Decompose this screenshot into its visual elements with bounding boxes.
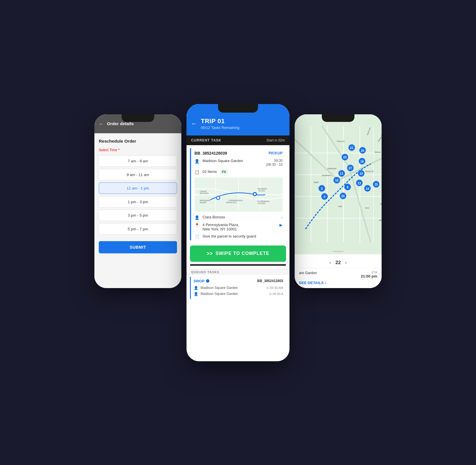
see-details-chevron: › bbox=[325, 280, 326, 285]
notch-right bbox=[322, 114, 354, 122]
svg-text:27: 27 bbox=[349, 167, 352, 170]
back-arrow-center[interactable]: ← bbox=[191, 120, 197, 127]
svg-text:Sautlman: Sautlman bbox=[327, 167, 336, 170]
location-icon: 📍 bbox=[195, 223, 200, 227]
queued-person-icon-2: 👤 bbox=[194, 292, 198, 296]
submit-button[interactable]: SUBMIT bbox=[99, 241, 177, 253]
svg-text:9: 9 bbox=[347, 185, 348, 189]
time-slot-1[interactable]: 9 am - 11 am bbox=[99, 169, 177, 180]
queued-location-2: Madison Square Garden bbox=[201, 292, 238, 296]
next-page-button[interactable]: › bbox=[345, 260, 347, 266]
task-instruction-row: 📄 Give the parcel to security guard bbox=[191, 233, 286, 240]
svg-text:Spati: Spati bbox=[314, 181, 319, 183]
queued-location-1: Madison Square Garden bbox=[201, 286, 238, 290]
queued-row-2: 👤 Madison Square Garden ⊙ 09:30 A bbox=[194, 291, 283, 297]
svg-text:KORAMANGALA: KORAMANGALA bbox=[229, 199, 243, 201]
svg-point-6 bbox=[254, 193, 256, 195]
select-time-label: Select Time * bbox=[99, 148, 177, 152]
pagination: ‹ 22 › bbox=[299, 258, 377, 268]
drop-dot bbox=[206, 279, 209, 283]
queued-task-1: DROP BB_3852412803 👤 Madison Square Gard… bbox=[190, 277, 286, 299]
svg-text:Ave: Ave bbox=[365, 207, 369, 209]
svg-text:Clift: Clift bbox=[338, 205, 342, 208]
task-card-header: BB_38524128039 PICKUP bbox=[191, 148, 286, 157]
notch-center bbox=[218, 104, 258, 113]
see-details-label: SEE DETAILS bbox=[299, 280, 324, 285]
task-card: BB_38524128039 PICKUP 👤 Madison Square G… bbox=[190, 148, 286, 240]
order-details-title: Order details bbox=[107, 121, 134, 126]
svg-text:BRINDAVAN: BRINDAVAN bbox=[200, 199, 210, 201]
svg-text:Gerry St: Gerry St bbox=[365, 170, 374, 172]
svg-text:4: 4 bbox=[324, 195, 326, 198]
items-icon: 📋 bbox=[195, 170, 200, 174]
trip-info: TRIP 01 05/12 Tasks Remaining bbox=[201, 117, 285, 130]
address-nav-icon[interactable]: ▶ bbox=[279, 223, 283, 227]
queued-task-id: BB_3852412803 bbox=[257, 279, 283, 283]
svg-text:NYC Health: NYC Health bbox=[380, 202, 382, 205]
task-contact-row: 👤 Clara Bonoso › bbox=[191, 213, 286, 221]
app-scene: ← Order details Reschedule Order Select … bbox=[109, 75, 367, 390]
task-timer: Start in 02m bbox=[266, 138, 285, 142]
current-task-bar: CURRENT TASK Start in 02m bbox=[187, 135, 289, 145]
drop-text: DROP bbox=[194, 279, 205, 283]
time-slot-4[interactable]: 3 pm - 5 pm bbox=[99, 209, 177, 221]
svg-text:20: 20 bbox=[361, 149, 364, 152]
prev-page-button[interactable]: ‹ bbox=[330, 260, 331, 266]
svg-text:COLONY: COLONY bbox=[258, 202, 266, 204]
queued-time-1: ⊙ 09:30 AM bbox=[266, 286, 283, 290]
svg-text:10: 10 bbox=[335, 179, 338, 182]
task-time: 09:30 (08:30 - 10 bbox=[266, 159, 283, 167]
queued-tasks-header: QUEUED TASKS bbox=[187, 268, 289, 275]
right-bottom: ‹ 22 › are Garden ETA 21:00 pm SEE DETAI… bbox=[295, 254, 382, 288]
task-items-row: 📋 02 Items PA bbox=[191, 168, 286, 176]
right-info-row: are Garden ETA 21:00 pm bbox=[299, 271, 377, 278]
swipe-bar bbox=[190, 264, 286, 266]
contact-arrow[interactable]: › bbox=[281, 215, 283, 219]
task-items: 02 Items bbox=[203, 169, 217, 174]
left-content: Reschedule Order Select Time * 7 am - 9 … bbox=[94, 133, 181, 288]
svg-text:26: 26 bbox=[341, 195, 345, 198]
svg-text:Western Bk: Western Bk bbox=[379, 219, 382, 221]
page-number: 22 bbox=[335, 260, 341, 266]
person-icon: 👤 bbox=[195, 159, 200, 163]
see-details-button[interactable]: SEE DETAILS › bbox=[299, 280, 377, 285]
time-slot-5[interactable]: 5 pm - 7 pm bbox=[99, 223, 177, 234]
svg-text:BLOCK: BLOCK bbox=[259, 190, 265, 192]
task-location: Madison Square Garden bbox=[203, 159, 243, 163]
task-type: PICKUP bbox=[269, 151, 283, 155]
svg-text:3: 3 bbox=[321, 187, 323, 190]
contact-icon: 👤 bbox=[195, 215, 200, 220]
task-address-row: 📍 4 Pennsylvania Plaza, New York, NY 100… bbox=[191, 221, 286, 233]
trip-sub: 05/12 Tasks Remaining bbox=[201, 125, 285, 130]
queued-person-icon-1: 👤 bbox=[194, 286, 198, 290]
task-contact: Clara Bonoso bbox=[203, 215, 225, 219]
right-map-area: 21 20 23 18 27 11 12 10 3 9 13 14 4 26 1… bbox=[295, 114, 382, 254]
reschedule-title: Reschedule Order bbox=[99, 139, 177, 143]
svg-text:ADUGODI: ADUGODI bbox=[200, 192, 208, 194]
back-arrow-left[interactable]: ← bbox=[99, 121, 104, 127]
current-task-label: CURRENT TASK bbox=[191, 138, 221, 142]
time-slot-3[interactable]: 1 pm - 3 pm bbox=[99, 196, 177, 207]
svg-text:KUDREMUKH: KUDREMUKH bbox=[257, 200, 269, 202]
right-location: are Garden bbox=[299, 271, 317, 275]
svg-text:CHIKKA: CHIKKA bbox=[200, 190, 207, 192]
swipe-to-complete-button[interactable]: >> SWIPE TO COMPLETE bbox=[190, 246, 286, 262]
svg-text:15: 15 bbox=[374, 183, 378, 186]
svg-text:14: 14 bbox=[366, 187, 369, 190]
eta-block: ETA 21:00 pm bbox=[361, 271, 377, 278]
svg-text:23: 23 bbox=[343, 156, 347, 159]
time-slot-0[interactable]: 7 am - 9 am bbox=[99, 155, 177, 167]
svg-text:13: 13 bbox=[358, 181, 361, 185]
phone-right: 21 20 23 18 27 11 12 10 3 9 13 14 4 26 1… bbox=[295, 114, 382, 288]
queued-task-header: DROP BB_3852412803 bbox=[194, 279, 283, 283]
task-address: 4 Pennsylvania Plaza, New York, NY 10001 bbox=[203, 223, 239, 231]
svg-text:JAKASAND: JAKASAND bbox=[257, 187, 267, 189]
swipe-label: SWIPE TO COMPLETE bbox=[215, 251, 269, 256]
phone-left: ← Order details Reschedule Order Select … bbox=[94, 114, 181, 288]
task-map: CHIKKA ADUGODI BRINDAVAN NAGAR KORAMANGA… bbox=[195, 177, 283, 212]
time-slot-2[interactable]: 11 am - 1 pm bbox=[99, 182, 177, 194]
items-status: PA bbox=[220, 169, 228, 174]
svg-text:2ND BLOCK: 2ND BLOCK bbox=[226, 201, 237, 203]
svg-text:12: 12 bbox=[360, 172, 363, 175]
drop-label: DROP bbox=[194, 279, 209, 283]
